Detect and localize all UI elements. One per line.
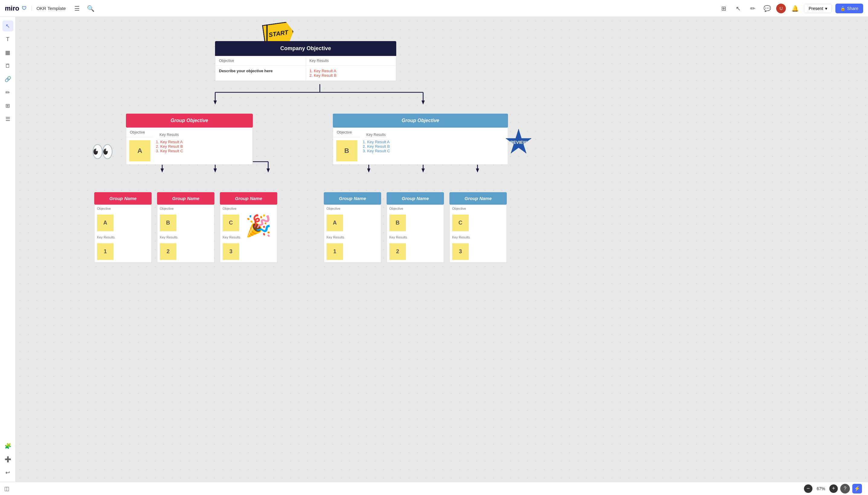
left-group-kr-2: 2. Key Result B bbox=[156, 144, 183, 149]
left-subgroup-2: Group Name Objective B Key Results 2 bbox=[157, 192, 214, 262]
zoom-out-button[interactable]: − bbox=[804, 484, 812, 493]
connect-tool[interactable]: 🔗 bbox=[2, 74, 13, 85]
right-subgroup-1-name: Group Name bbox=[324, 192, 381, 205]
right-subgroup-1-card: Objective A Key Results 1 bbox=[324, 205, 381, 262]
pen-tool[interactable]: ✏ bbox=[2, 87, 13, 98]
kr-col-header: Key Results bbox=[306, 56, 396, 66]
sticky-tool[interactable]: 🗒 bbox=[2, 61, 13, 71]
right-sub1-kr-sticky: 1 bbox=[326, 243, 343, 260]
left-sub3-obj-header: Objective bbox=[220, 205, 277, 212]
svg-marker-3 bbox=[214, 101, 217, 105]
review-sticker: REVIEW bbox=[505, 129, 861, 156]
svg-marker-6 bbox=[422, 101, 425, 105]
comment-icon[interactable]: 💬 bbox=[762, 3, 773, 14]
cursor-icon[interactable]: ↖ bbox=[733, 3, 744, 14]
objective-content: Describe your objective here bbox=[215, 66, 306, 76]
canvas[interactable]: START Company Objective Objective Descri… bbox=[16, 17, 868, 482]
right-sub2-kr-sticky: 2 bbox=[389, 243, 406, 260]
review-label: REVIEW bbox=[510, 140, 527, 145]
right-subgroup-3: Group Name Objective C Key Results 3 bbox=[449, 192, 507, 262]
right-sub1-obj-header: Objective bbox=[324, 205, 381, 212]
chevron-down-icon: ▾ bbox=[825, 6, 827, 11]
left-subgroup-2-name: Group Name bbox=[157, 192, 214, 205]
apps-tool[interactable]: 🧩 bbox=[2, 441, 13, 451]
right-group-card: Objective B Key Results 1. Key Result A … bbox=[333, 127, 508, 165]
right-sub2-obj-header: Objective bbox=[387, 205, 444, 212]
panel-toggle-icon[interactable]: ◫ bbox=[0, 482, 13, 495]
right-kr-col-header: Key Results bbox=[363, 130, 390, 140]
layers-tool[interactable]: ☰ bbox=[2, 114, 13, 124]
right-subgroup-2-name: Group Name bbox=[387, 192, 444, 205]
left-group-obj-header: Group Objective bbox=[126, 114, 253, 127]
left-sub2-sticky: B bbox=[160, 215, 176, 231]
right-sub1-kr-header: Key Results bbox=[324, 234, 381, 241]
left-subgroup-1: Group Name Objective A Key Results 1 bbox=[94, 192, 152, 262]
right-sub1-sticky: A bbox=[326, 215, 343, 231]
left-sub2-obj-header: Objective bbox=[157, 205, 214, 212]
right-group-objective: Group Objective Objective B Key Results … bbox=[333, 114, 508, 165]
zoom-controls: − 67% + ? ⚡ bbox=[804, 484, 868, 494]
left-sub1-kr-header: Key Results bbox=[94, 234, 151, 241]
present-button[interactable]: Present ▾ bbox=[804, 4, 831, 13]
add-tool[interactable]: ➕ bbox=[2, 454, 13, 465]
right-sub3-sticky: C bbox=[452, 215, 469, 231]
left-kr-col: Key Results 1. Key Result A 2. Key Resul… bbox=[154, 128, 185, 165]
bottombar: ◫ − 67% + ? ⚡ bbox=[0, 482, 868, 495]
apps-grid-icon[interactable]: ⊞ bbox=[718, 3, 729, 14]
left-subgroup-1-name: Group Name bbox=[94, 192, 152, 205]
svg-marker-20 bbox=[422, 169, 425, 173]
present-label: Present bbox=[809, 6, 823, 11]
objective-column: Objective Describe your objective here bbox=[215, 56, 306, 81]
left-obj-col-header: Objective bbox=[126, 128, 154, 137]
left-sub1-sticky: A bbox=[97, 215, 113, 231]
left-sub2-kr-sticky: 2 bbox=[160, 243, 176, 260]
company-kr-1: 1. Key Result A bbox=[309, 69, 393, 73]
right-kr-col: Key Results 1. Key Result A 2. Key Resul… bbox=[360, 128, 392, 165]
right-subgroup-1: Group Name Objective A Key Results 1 bbox=[324, 192, 381, 262]
accessibility-button[interactable]: ⚡ bbox=[852, 484, 862, 494]
left-group-kr-1: 1. Key Result A bbox=[156, 140, 183, 144]
right-sub2-kr-header: Key Results bbox=[387, 234, 444, 241]
avatar[interactable]: U bbox=[776, 4, 786, 13]
svg-marker-10 bbox=[161, 169, 164, 173]
topbar-right: ⊞ ↖ ✏ 💬 U 🔔 Present ▾ 🔒 Share bbox=[718, 3, 868, 14]
help-button[interactable]: ? bbox=[840, 484, 850, 494]
edit-icon[interactable]: ✏ bbox=[747, 3, 758, 14]
left-subgroup-2-card: Objective B Key Results 2 bbox=[157, 205, 214, 262]
left-group-objective: Group Objective Objective A Key Results … bbox=[126, 114, 253, 165]
cursor-tool[interactable]: ↖ bbox=[2, 20, 13, 31]
text-tool[interactable]: T bbox=[2, 34, 13, 45]
start-label: START bbox=[268, 29, 288, 38]
right-subgroup-3-card: Objective C Key Results 3 bbox=[449, 205, 507, 262]
hamburger-icon[interactable]: ☰ bbox=[71, 5, 83, 12]
left-group-card: Objective A Key Results 1. Key Result A … bbox=[126, 127, 253, 165]
notification-icon[interactable]: 🔔 bbox=[790, 3, 800, 14]
company-objective-table: Objective Describe your objective here K… bbox=[215, 56, 396, 81]
svg-marker-22 bbox=[476, 169, 479, 173]
share-label: Share bbox=[847, 6, 858, 11]
right-subgroups: Group Name Objective A Key Results 1 Gro… bbox=[324, 192, 507, 262]
search-icon[interactable]: 🔍 bbox=[83, 5, 98, 12]
right-group-kr-2: 2. Key Result B bbox=[363, 144, 390, 149]
right-sub2-sticky: B bbox=[389, 215, 406, 231]
eyes-sticker: 👀 bbox=[91, 141, 114, 162]
company-objective: Company Objective Objective Describe you… bbox=[215, 41, 396, 81]
undo-tool[interactable]: ↩ bbox=[2, 467, 13, 478]
left-kr-col-header: Key Results bbox=[156, 130, 183, 140]
company-objective-header: Company Objective bbox=[215, 41, 396, 56]
miro-logo-text: miro bbox=[5, 4, 19, 12]
right-subgroup-2: Group Name Objective B Key Results 2 bbox=[387, 192, 444, 262]
frame-tool[interactable]: ⊞ bbox=[2, 100, 13, 111]
right-group-sticky: B bbox=[336, 140, 357, 161]
zoom-level[interactable]: 67% bbox=[815, 486, 827, 491]
left-sub1-kr-sticky: 1 bbox=[97, 243, 113, 260]
zoom-in-button[interactable]: + bbox=[829, 484, 838, 493]
topbar: miro 🛡 OKR Template ☰ 🔍 ⊞ ↖ ✏ 💬 U 🔔 Pres… bbox=[0, 0, 868, 17]
svg-marker-18 bbox=[367, 169, 371, 173]
share-button[interactable]: 🔒 Share bbox=[835, 4, 863, 13]
left-subgroup-3-name: Group Name bbox=[220, 192, 277, 205]
left-sub1-obj-header: Objective bbox=[94, 205, 151, 212]
company-kr-list: 1. Key Result A 2. Key Result B bbox=[306, 66, 396, 81]
table-tool[interactable]: ▦ bbox=[2, 47, 13, 58]
left-group-sticky: A bbox=[129, 140, 150, 161]
